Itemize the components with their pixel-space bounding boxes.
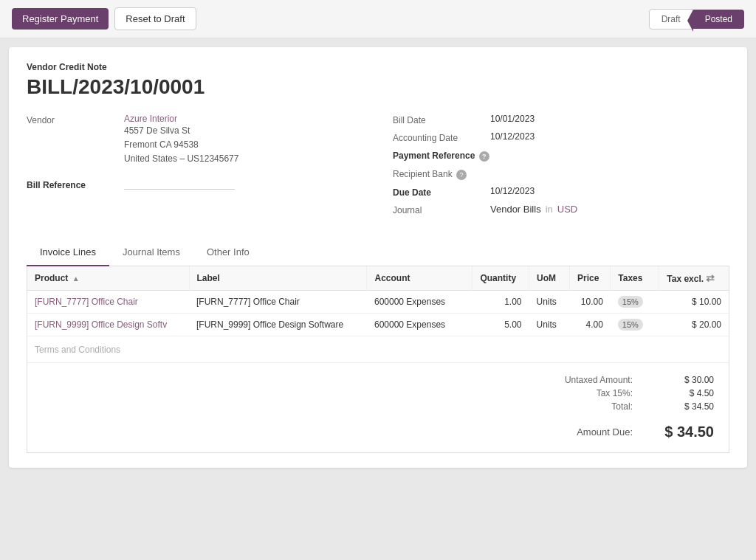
row1-product-link[interactable]: [FURN_7777] Office Chair bbox=[35, 297, 138, 307]
row2-tax-excl: $ 20.00 bbox=[659, 314, 729, 336]
col-header-account: Account bbox=[367, 266, 472, 291]
amount-due-value: $ 34.50 bbox=[662, 424, 714, 440]
vendor-address-line3: United States – US12345677 bbox=[124, 152, 363, 166]
tab-journal-items[interactable]: Journal Items bbox=[109, 239, 193, 266]
recipient-bank-label: Recipient Bank ? bbox=[393, 167, 481, 180]
vendor-address-line1: 4557 De Silva St bbox=[124, 124, 363, 138]
terms-placeholder: Terms and Conditions bbox=[35, 345, 120, 355]
total-label: Total: bbox=[544, 401, 633, 412]
tax-value: $ 4.50 bbox=[662, 388, 714, 398]
doc-number: BILL/2023/10/0001 bbox=[27, 75, 729, 99]
row1-quantity: 1.00 bbox=[472, 291, 529, 314]
col-header-price: Price bbox=[569, 266, 610, 291]
payment-reference-help-icon[interactable]: ? bbox=[479, 151, 489, 162]
recipient-bank-help-icon[interactable]: ? bbox=[456, 170, 467, 180]
journal-currency-link[interactable]: USD bbox=[557, 204, 577, 215]
row1-product: [FURN_7777] Office Chair bbox=[27, 291, 189, 314]
tax-label: Tax 15%: bbox=[544, 388, 633, 398]
tax-excl-refresh-icon[interactable]: ⇄ bbox=[706, 272, 715, 284]
bill-date-value: 10/01/2023 bbox=[490, 114, 535, 124]
bill-reference-input[interactable] bbox=[124, 179, 235, 190]
row1-tax-excl: $ 10.00 bbox=[659, 291, 729, 314]
reset-to-draft-button[interactable]: Reset to Draft bbox=[114, 7, 196, 30]
row2-account: 600000 Expenses bbox=[367, 314, 472, 336]
tabs-bar: Invoice Lines Journal Items Other Info bbox=[27, 239, 729, 266]
vendor-address: 4557 De Silva St Fremont CA 94538 United… bbox=[124, 124, 363, 167]
col-header-taxes: Taxes bbox=[611, 266, 659, 291]
row1-account: 600000 Expenses bbox=[367, 291, 472, 314]
row2-price: 4.00 bbox=[569, 314, 610, 336]
total-row: Total: $ 34.50 bbox=[544, 401, 714, 412]
row1-tax-badge: 15% bbox=[618, 296, 643, 308]
journal-in-text: in bbox=[546, 204, 553, 215]
vendor-name-link[interactable]: Azure Interior bbox=[124, 114, 177, 124]
invoice-lines-section: Product ▲ Label Account Quantity UoM bbox=[27, 266, 729, 453]
main-content: Vendor Credit Note BILL/2023/10/0001 Ven… bbox=[9, 47, 747, 468]
amount-due-section: Amount Due: $ 34.50 bbox=[544, 424, 714, 440]
due-date-value: 10/12/2023 bbox=[490, 186, 535, 196]
table-header-row: Product ▲ Label Account Quantity UoM bbox=[27, 266, 729, 291]
col-header-product: Product ▲ bbox=[27, 266, 189, 291]
doc-type-label: Vendor Credit Note bbox=[27, 62, 729, 72]
row2-tax-badge: 15% bbox=[618, 319, 643, 331]
vendor-address-line2: Fremont CA 94538 bbox=[124, 138, 363, 152]
bill-date-row: Bill Date 10/01/2023 bbox=[393, 114, 729, 125]
accounting-date-label: Accounting Date bbox=[393, 131, 481, 143]
bill-date-label: Bill Date bbox=[393, 114, 481, 125]
form-left: Vendor Azure Interior 4557 De Silva St F… bbox=[27, 114, 363, 221]
row2-label: [FURN_9999] Office Design Software bbox=[189, 314, 367, 336]
table-row: [FURN_7777] Office Chair [FURN_7777] Off… bbox=[27, 291, 729, 314]
bill-reference-label: Bill Reference bbox=[27, 179, 115, 190]
bill-reference-row: Bill Reference bbox=[27, 179, 363, 190]
journal-row: Journal Vendor Bills in USD bbox=[393, 204, 729, 215]
row1-taxes: 15% bbox=[611, 291, 659, 314]
col-header-tax-excl: Tax excl. ⇄ bbox=[659, 266, 729, 291]
row2-product-link[interactable]: [FURN_9999] Office Design Softv bbox=[35, 319, 167, 330]
register-payment-button[interactable]: Register Payment bbox=[12, 8, 109, 30]
untaxed-amount-row: Untaxed Amount: $ 30.00 bbox=[544, 375, 714, 385]
total-value: $ 34.50 bbox=[662, 401, 714, 412]
row1-price: 10.00 bbox=[569, 291, 610, 314]
status-bar: Draft Posted bbox=[649, 9, 744, 30]
vendor-label: Vendor bbox=[27, 114, 115, 125]
terms-row: Terms and Conditions bbox=[27, 336, 729, 363]
col-header-uom: UoM bbox=[529, 266, 570, 291]
journal-name: Vendor Bills bbox=[490, 204, 541, 215]
toolbar-actions: Register Payment Reset to Draft bbox=[12, 7, 196, 30]
accounting-date-row: Accounting Date 10/12/2023 bbox=[393, 131, 729, 143]
col-header-quantity: Quantity bbox=[472, 266, 529, 291]
toolbar: Register Payment Reset to Draft Draft Po… bbox=[0, 0, 756, 38]
tax-row: Tax 15%: $ 4.50 bbox=[544, 388, 714, 398]
payment-reference-label: Payment Reference ? bbox=[393, 149, 489, 162]
untaxed-value: $ 30.00 bbox=[662, 375, 714, 385]
due-date-label: Due Date bbox=[393, 186, 481, 198]
tab-other-info[interactable]: Other Info bbox=[193, 239, 263, 266]
row1-label: [FURN_7777] Office Chair bbox=[189, 291, 367, 314]
invoice-table: Product ▲ Label Account Quantity UoM bbox=[27, 266, 729, 336]
col-header-label: Label bbox=[189, 266, 367, 291]
amount-due-label: Amount Due: bbox=[544, 426, 633, 438]
tab-invoice-lines[interactable]: Invoice Lines bbox=[27, 239, 109, 266]
status-draft: Draft bbox=[649, 9, 693, 30]
payment-reference-row: Payment Reference ? bbox=[393, 149, 729, 162]
form-right: Bill Date 10/01/2023 Accounting Date 10/… bbox=[393, 114, 729, 221]
row2-uom: Units bbox=[529, 314, 570, 336]
due-date-row: Due Date 10/12/2023 bbox=[393, 186, 729, 198]
form-grid: Vendor Azure Interior 4557 De Silva St F… bbox=[27, 114, 729, 221]
accounting-date-value: 10/12/2023 bbox=[490, 131, 535, 142]
row2-taxes: 15% bbox=[611, 314, 659, 336]
recipient-bank-row: Recipient Bank ? bbox=[393, 167, 729, 180]
journal-value: Vendor Bills in USD bbox=[490, 204, 577, 215]
journal-label: Journal bbox=[393, 204, 481, 215]
row2-product: [FURN_9999] Office Design Softv bbox=[27, 314, 189, 336]
untaxed-label: Untaxed Amount: bbox=[544, 375, 633, 385]
table-row: [FURN_9999] Office Design Softv [FURN_99… bbox=[27, 314, 729, 336]
product-sort-icon[interactable]: ▲ bbox=[72, 274, 80, 283]
row2-quantity: 5.00 bbox=[472, 314, 529, 336]
row1-uom: Units bbox=[529, 291, 570, 314]
status-posted: Posted bbox=[693, 10, 744, 29]
totals-section: Untaxed Amount: $ 30.00 Tax 15%: $ 4.50 … bbox=[27, 363, 729, 452]
